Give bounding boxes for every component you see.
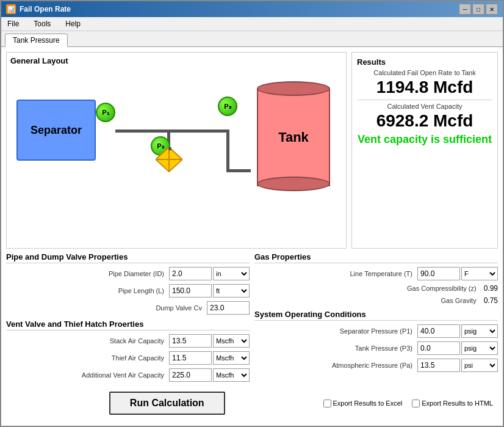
thief-air-unit-select[interactable]: MscfhMscfd xyxy=(213,351,250,365)
vent-valve-title: Vent Valve and Thief Hatch Proerties xyxy=(6,319,250,330)
add-vent-unit-select[interactable]: MscfhMscfd xyxy=(213,368,250,382)
general-layout-title: General Layout xyxy=(10,56,342,65)
separator-box: Separator xyxy=(16,100,96,161)
thief-air-input[interactable] xyxy=(169,351,212,365)
vent-cap-label: Calculated Vent Capacity xyxy=(357,103,492,110)
bottom-section: Pipe and Dump Valve Properties Pipe Diam… xyxy=(6,252,498,385)
title-bar-left: 📊 Fail Open Rate xyxy=(6,4,71,14)
pipe-diameter-row: Pipe Diameter (ID) inmm xyxy=(6,267,250,280)
atm-pressure-label: Atmospheric Pressure (Pa) xyxy=(254,362,417,369)
pipe-length-input[interactable] xyxy=(169,284,212,297)
atm-pressure-unit-select[interactable]: psikPa xyxy=(461,359,498,372)
gas-gravity-value: 0.75 xyxy=(481,296,498,305)
results-title: Results xyxy=(357,57,492,67)
tank-top xyxy=(257,81,330,96)
line-temp-input[interactable] xyxy=(417,267,460,280)
atm-pressure-input[interactable] xyxy=(417,359,460,372)
pipe-length-unit-select[interactable]: ftm xyxy=(213,284,250,297)
valve-symbol xyxy=(156,147,182,173)
general-layout-panel: General Layout Separator P₁ xyxy=(6,52,347,249)
fail-open-value: 1194.8 Mcfd xyxy=(357,78,492,97)
p3-indicator: P₃ xyxy=(218,97,237,116)
pipe-h1 xyxy=(115,130,169,133)
pipe-length-label: Pipe Length (L) xyxy=(6,287,169,294)
pipe-dump-title: Pipe and Dump Valve Properties xyxy=(6,252,250,263)
window-title: Fail Open Rate xyxy=(20,5,71,13)
dump-valve-row: Dump Valve Cv xyxy=(6,301,250,315)
title-bar-buttons: ─ □ ✕ xyxy=(459,4,498,15)
p3-label: P₃ xyxy=(224,103,231,111)
sep-pressure-input[interactable] xyxy=(417,324,460,338)
main-content: General Layout Separator P₁ xyxy=(1,47,503,426)
gas-props-title: Gas Properties xyxy=(254,252,498,263)
top-section: General Layout Separator P₁ xyxy=(6,52,498,249)
gas-compress-label: Gas Compressibility (z) xyxy=(254,285,481,292)
close-button[interactable]: ✕ xyxy=(486,4,498,15)
export-excel-text: Export Results to Excel xyxy=(333,400,403,407)
gas-gravity-row: Gas Gravity 0.75 xyxy=(254,296,498,305)
system-conditions-title: System Operating Conditions xyxy=(254,310,498,321)
gas-compress-row: Gas Compressibility (z) 0.99 xyxy=(254,284,498,293)
menu-bar: File Tools Help xyxy=(1,17,503,31)
menu-tools[interactable]: Tools xyxy=(31,18,53,29)
footer-section: Run Calculation Export Results to Excel … xyxy=(6,385,498,421)
export-excel-label[interactable]: Export Results to Excel xyxy=(323,400,403,407)
pipe-h2 xyxy=(168,130,229,133)
gas-compress-value: 0.99 xyxy=(481,284,498,293)
export-html-label[interactable]: Export Results to HTML xyxy=(412,400,493,407)
tabs: Tank Pressure xyxy=(1,31,503,47)
tank-bottom xyxy=(257,177,330,191)
add-vent-input[interactable] xyxy=(169,368,212,382)
title-bar: 📊 Fail Open Rate ─ □ ✕ xyxy=(1,1,503,17)
main-window: 📊 Fail Open Rate ─ □ ✕ File Tools Help T… xyxy=(0,0,504,427)
menu-file[interactable]: File xyxy=(5,18,21,29)
add-vent-row: Additional Vent Air Capacity MscfhMscfd xyxy=(6,368,250,382)
tank-pressure-unit-select[interactable]: psigkPapsia xyxy=(461,341,498,355)
sep-pressure-label: Separator Pressure (P1) xyxy=(254,327,417,335)
stack-air-input[interactable] xyxy=(169,334,212,348)
separator-label: Separator xyxy=(31,124,82,137)
results-panel: Results Calculated Fail Open Rate to Tan… xyxy=(351,52,498,249)
dump-valve-input[interactable] xyxy=(207,301,250,315)
minimize-button[interactable]: ─ xyxy=(459,4,471,15)
fail-open-label: Calculated Fail Open Rate to Tank xyxy=(357,69,492,76)
line-temp-row: Line Temperature (T) FC xyxy=(254,267,498,280)
tab-tank-pressure[interactable]: Tank Pressure xyxy=(5,34,68,47)
pipe-v2 xyxy=(168,147,171,150)
export-options: Export Results to Excel Export Results t… xyxy=(323,400,493,407)
run-calculation-button[interactable]: Run Calculation xyxy=(109,392,225,415)
menu-help[interactable]: Help xyxy=(63,18,83,29)
tank-label: Tank xyxy=(278,130,309,145)
line-temp-unit-select[interactable]: FC xyxy=(461,267,498,280)
pipe-diameter-label: Pipe Diameter (ID) xyxy=(6,270,169,277)
p1-label: P₁ xyxy=(102,109,109,117)
line-temp-label: Line Temperature (T) xyxy=(254,270,417,277)
tank-body: Tank xyxy=(257,89,330,186)
vent-status: Vent capacity is sufficient xyxy=(357,133,492,146)
sep-pressure-unit-select[interactable]: psigkPapsia xyxy=(461,324,498,338)
atm-pressure-row: Atmospheric Pressure (Pa) psikPa xyxy=(254,359,498,372)
pipe-length-row: Pipe Length (L) ftm xyxy=(6,284,250,297)
gas-gravity-label: Gas Gravity xyxy=(254,297,481,304)
tank-pressure-label: Tank Pressure (P3) xyxy=(254,345,417,352)
tank-pressure-input[interactable] xyxy=(417,341,460,355)
dump-valve-label: Dump Valve Cv xyxy=(6,304,207,312)
stack-air-row: Stack Air Capacity MscfhMscfd xyxy=(6,334,250,348)
tank-pressure-row: Tank Pressure (P3) psigkPapsia xyxy=(254,341,498,355)
export-html-checkbox[interactable] xyxy=(412,400,420,407)
right-props: Gas Properties Line Temperature (T) FC G… xyxy=(254,252,498,385)
app-icon: 📊 xyxy=(6,4,16,14)
thief-air-label: Thief Air Capacity xyxy=(6,354,169,362)
pipe-h3 xyxy=(226,169,251,172)
export-excel-checkbox[interactable] xyxy=(323,400,331,407)
sep-pressure-row: Separator Pressure (P1) psigkPapsia xyxy=(254,324,498,338)
maximize-button[interactable]: □ xyxy=(472,4,484,15)
stack-air-unit-select[interactable]: MscfhMscfd xyxy=(213,334,250,348)
tank-shape: Tank xyxy=(257,81,330,191)
left-props: Pipe and Dump Valve Properties Pipe Diam… xyxy=(6,252,250,385)
pipe-diameter-unit-select[interactable]: inmm xyxy=(213,267,250,280)
pipe-v3 xyxy=(226,130,229,172)
export-html-text: Export Results to HTML xyxy=(422,400,493,407)
add-vent-label: Additional Vent Air Capacity xyxy=(6,371,169,379)
pipe-diameter-input[interactable] xyxy=(169,267,212,280)
